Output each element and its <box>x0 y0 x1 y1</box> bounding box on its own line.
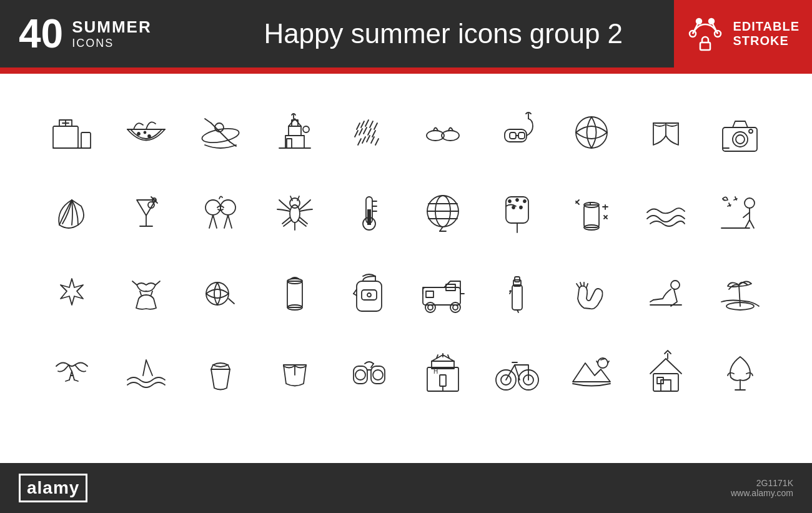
sandcastle-icon <box>260 101 329 164</box>
bucket-icon <box>186 341 255 404</box>
svg-line-116 <box>156 281 160 285</box>
svg-rect-7 <box>53 126 78 148</box>
kayak-icon <box>186 101 255 164</box>
svg-point-57 <box>736 135 745 144</box>
svg-rect-132 <box>426 291 433 297</box>
svg-point-135 <box>428 305 433 310</box>
couple-kiss-icon <box>186 181 255 244</box>
header-right: EDITABLE STROKE <box>674 0 812 67</box>
header-title: Happy summer icons group 2 <box>264 18 623 49</box>
svg-line-31 <box>361 121 364 127</box>
svg-line-34 <box>374 123 377 129</box>
svg-line-70 <box>284 220 292 226</box>
svg-line-37 <box>364 127 367 134</box>
svg-line-115 <box>132 281 137 285</box>
svg-line-155 <box>74 380 78 381</box>
svg-line-107 <box>743 212 750 217</box>
svg-point-17 <box>144 132 146 134</box>
ocean-waves-icon <box>631 181 700 244</box>
svg-point-92 <box>516 199 518 201</box>
svg-line-43 <box>371 137 374 143</box>
icon-row-4: H <box>37 332 775 412</box>
binoculars-icon <box>335 341 404 404</box>
svg-point-18 <box>201 126 240 145</box>
svg-line-87 <box>440 227 443 231</box>
beach-ball-2-icon <box>186 261 255 324</box>
svg-rect-121 <box>287 281 302 307</box>
seashell-icon <box>37 181 106 244</box>
svg-point-58 <box>749 129 753 133</box>
footer-url: www.alamy.com <box>731 488 793 498</box>
footer-right: 2G1171K www.alamy.com <box>731 478 793 498</box>
snorkel-icon <box>483 101 552 164</box>
svg-line-33 <box>370 121 373 127</box>
svg-line-42 <box>367 136 370 142</box>
svg-line-41 <box>362 137 365 143</box>
person-night-icon <box>706 181 775 244</box>
svg-line-20 <box>211 123 230 142</box>
svg-point-93 <box>523 200 526 202</box>
salad-bowl-icon <box>112 101 181 164</box>
svg-point-94 <box>512 206 515 209</box>
hotel-stars-icon: H <box>408 341 477 404</box>
svg-point-15 <box>137 132 140 135</box>
header-icons-label: ICONS <box>72 37 152 50</box>
svg-line-158 <box>228 365 230 369</box>
tree-icon <box>706 341 775 404</box>
mosquito-icon <box>260 181 329 244</box>
svg-point-91 <box>508 200 511 202</box>
icon-row-1 <box>37 92 775 172</box>
seagull-icon <box>37 341 106 404</box>
footer: alamy 2G1171K www.alamy.com <box>0 463 812 513</box>
svg-point-16 <box>148 135 151 137</box>
svg-line-157 <box>211 365 213 369</box>
svg-line-109 <box>750 220 754 228</box>
svg-line-118 <box>151 291 152 295</box>
svg-line-153 <box>73 376 74 380</box>
svg-line-44 <box>375 139 379 145</box>
svg-rect-23 <box>285 136 304 148</box>
svg-line-142 <box>577 284 579 287</box>
header-left: 40 SUMMER ICONS <box>0 14 212 54</box>
editable-stroke-text: EDITABLE STROKE <box>733 19 800 48</box>
svg-point-95 <box>520 206 522 209</box>
svg-line-154 <box>66 380 69 381</box>
flip-flops-icon <box>408 101 477 164</box>
beach-ball-icon <box>557 101 626 164</box>
svg-line-39 <box>372 131 375 137</box>
header-number: 40 <box>19 14 63 54</box>
svg-rect-49 <box>510 132 516 139</box>
globe-icon <box>408 181 477 244</box>
svg-rect-78 <box>367 209 371 225</box>
svg-rect-126 <box>362 290 377 300</box>
svg-line-143 <box>580 282 582 286</box>
icon-row-3 <box>37 252 775 332</box>
hospital-icon <box>37 101 106 164</box>
svg-point-146 <box>671 281 680 289</box>
bicycle-icon <box>483 341 552 404</box>
backpack-icon <box>335 261 404 324</box>
svg-line-35 <box>355 131 358 137</box>
popsicle-icon <box>483 181 552 244</box>
svg-line-108 <box>745 220 750 228</box>
svg-line-152 <box>69 376 71 380</box>
header-summer-label: SUMMER <box>72 17 152 37</box>
svg-line-30 <box>357 123 360 129</box>
svg-point-127 <box>367 293 371 297</box>
icons-area: H <box>0 74 812 431</box>
svg-line-36 <box>359 129 362 135</box>
footer-image-id: 2G1171K <box>756 478 793 488</box>
svg-point-133 <box>425 302 435 312</box>
soda-can-icon <box>557 181 626 244</box>
can-icon <box>260 261 329 324</box>
header-center: Happy summer icons group 2 <box>212 18 674 49</box>
svg-rect-138 <box>512 285 522 310</box>
svg-line-32 <box>365 120 369 126</box>
svg-point-56 <box>733 132 748 147</box>
swim-shorts-icon <box>631 101 700 164</box>
svg-line-40 <box>358 139 361 145</box>
starfish-icon <box>37 261 106 324</box>
svg-line-181 <box>601 359 605 360</box>
svg-rect-185 <box>661 380 671 391</box>
svg-point-134 <box>450 302 460 312</box>
